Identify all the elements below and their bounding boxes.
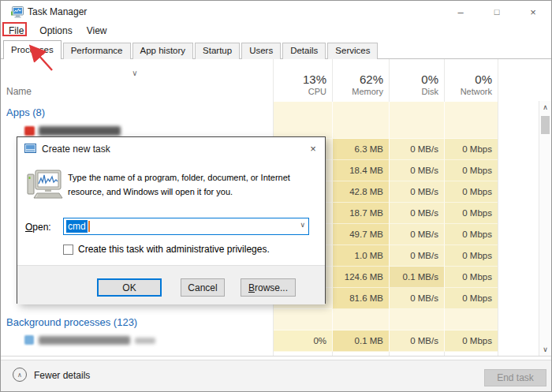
dialog-title: Create new task bbox=[42, 144, 110, 155]
disk-value: 0.1 MB/s bbox=[389, 267, 444, 288]
censored-process-suffix bbox=[135, 338, 155, 344]
heat-band bbox=[274, 102, 498, 139]
disk-value: 0 MB/s bbox=[389, 245, 444, 267]
group-header-background[interactable]: Background processes (123) bbox=[6, 316, 137, 328]
network-value: 0 Mbps bbox=[444, 139, 498, 160]
memory-value: 0.1 MB bbox=[332, 330, 389, 352]
column-divider bbox=[498, 59, 498, 356]
tab-app-history[interactable]: App history bbox=[132, 43, 194, 59]
column-header-disk[interactable]: 0% Disk bbox=[390, 62, 444, 100]
memory-value: 18.4 MB bbox=[332, 160, 389, 181]
combo-chevron-down-icon[interactable]: ∨ bbox=[300, 221, 305, 229]
network-value: 0 Mbps bbox=[444, 267, 498, 288]
dialog-title-bar: Create new task × bbox=[17, 137, 325, 159]
open-label: Open: bbox=[25, 222, 51, 233]
network-value: 0 Mbps bbox=[444, 245, 498, 267]
dialog-message-line2: resource, and Windows will open it for y… bbox=[68, 185, 320, 199]
close-icon[interactable]: × bbox=[515, 1, 551, 23]
column-header-cpu[interactable]: 13% CPU bbox=[274, 62, 332, 100]
maximize-icon[interactable]: □ bbox=[479, 1, 515, 23]
disk-usage-total: 0% bbox=[421, 73, 438, 86]
censored-process-name[interactable] bbox=[39, 336, 130, 345]
memory-value: 18.7 MB bbox=[332, 203, 389, 224]
browse-button[interactable]: Browse... bbox=[241, 278, 296, 297]
tab-bar: Processes Performance App history Startu… bbox=[1, 40, 551, 59]
status-bar: ∧ Fewer details End task bbox=[1, 360, 551, 392]
memory-value: 1.0 MB bbox=[332, 245, 389, 267]
cpu-usage-total: 13% bbox=[303, 73, 326, 86]
end-task-button[interactable]: End task bbox=[484, 369, 546, 386]
chevron-up-icon: ∧ bbox=[17, 371, 22, 379]
annotation-highlight-box bbox=[2, 22, 27, 36]
task-manager-window: Task Manager – □ × File Options View Pro… bbox=[0, 0, 552, 392]
tab-performance[interactable]: Performance bbox=[63, 43, 131, 59]
censored-app-icon bbox=[24, 126, 35, 136]
disk-value: 0 MB/s bbox=[389, 160, 444, 181]
column-header-memory[interactable]: 62% Memory bbox=[333, 62, 389, 100]
network-usage-total: 0% bbox=[475, 73, 492, 86]
cancel-button[interactable]: Cancel bbox=[181, 278, 225, 297]
dialog-footer: OK Cancel Browse... bbox=[17, 265, 325, 304]
menu-view[interactable]: View bbox=[80, 23, 114, 40]
memory-value: 49.7 MB bbox=[332, 224, 389, 245]
network-value: 0 Mbps bbox=[444, 203, 498, 224]
run-dialog-icon bbox=[24, 144, 36, 153]
network-value: 0 Mbps bbox=[444, 160, 498, 181]
network-label: Network bbox=[461, 87, 492, 96]
menu-options[interactable]: Options bbox=[32, 23, 79, 40]
disk-value: 0 MB/s bbox=[389, 288, 444, 309]
task-manager-icon bbox=[11, 6, 24, 18]
column-header-network[interactable]: 0% Network bbox=[445, 62, 498, 100]
disk-value: 0 MB/s bbox=[389, 181, 444, 203]
censored-process-name[interactable] bbox=[39, 126, 121, 136]
memory-value: 124.6 MB bbox=[332, 267, 389, 288]
create-new-task-dialog: Create new task × Type the name of a pro… bbox=[17, 136, 326, 304]
tab-users[interactable]: Users bbox=[241, 43, 281, 59]
tab-startup[interactable]: Startup bbox=[195, 43, 240, 59]
open-input-value: cmd bbox=[66, 220, 88, 233]
network-value: 0 Mbps bbox=[444, 288, 498, 309]
table-row[interactable]: 0% 0.1 MB 0 MB/s 0 Mbps bbox=[274, 330, 498, 352]
disk-label: Disk bbox=[422, 87, 438, 96]
network-value: 0 Mbps bbox=[444, 181, 498, 203]
dialog-message: Type the name of a program, folder, docu… bbox=[68, 170, 320, 199]
tab-details[interactable]: Details bbox=[282, 43, 326, 59]
disk-value: 0 MB/s bbox=[389, 224, 444, 245]
open-input[interactable]: cmd ∨ bbox=[63, 218, 309, 235]
memory-value: 6.3 MB bbox=[332, 139, 389, 160]
scrollbar-thumb[interactable] bbox=[541, 116, 550, 134]
dialog-close-icon[interactable]: × bbox=[301, 137, 325, 159]
memory-value: 81.6 MB bbox=[332, 288, 389, 309]
network-value: 0 Mbps bbox=[444, 330, 498, 352]
memory-value: 42.8 MB bbox=[332, 181, 389, 203]
ok-button[interactable]: OK bbox=[97, 278, 162, 297]
censored-process-icon bbox=[24, 335, 34, 345]
scroll-up-icon[interactable]: ∧ bbox=[539, 101, 551, 114]
network-value: 0 Mbps bbox=[444, 224, 498, 245]
vertical-scrollbar[interactable]: ∧ ∨ bbox=[539, 101, 552, 356]
window-title: Task Manager bbox=[28, 6, 87, 17]
group-header-apps[interactable]: Apps (8) bbox=[6, 106, 45, 118]
admin-privileges-checkbox[interactable] bbox=[63, 245, 73, 255]
annotation-arrow bbox=[21, 40, 64, 78]
cpu-label: CPU bbox=[308, 87, 326, 96]
fewer-details-label[interactable]: Fewer details bbox=[34, 370, 90, 381]
disk-value: 0 MB/s bbox=[389, 203, 444, 224]
scroll-down-icon[interactable]: ∨ bbox=[539, 343, 551, 356]
cpu-value: 0% bbox=[274, 330, 332, 352]
memory-usage-total: 62% bbox=[360, 73, 383, 86]
heat-band bbox=[274, 309, 498, 330]
fewer-details-toggle[interactable]: ∧ bbox=[13, 368, 27, 382]
column-header-name[interactable]: Name bbox=[6, 86, 32, 97]
chevron-down-icon[interactable]: ∨ bbox=[119, 69, 151, 77]
disk-value: 0 MB/s bbox=[389, 330, 444, 352]
dialog-message-line1: Type the name of a program, folder, docu… bbox=[68, 170, 320, 185]
disk-value: 0 MB/s bbox=[389, 139, 444, 160]
tab-services[interactable]: Services bbox=[327, 43, 378, 59]
list-bottom-divider bbox=[1, 356, 551, 357]
admin-privileges-label[interactable]: Create this task with administrative pri… bbox=[78, 244, 270, 255]
computer-icon bbox=[27, 169, 65, 200]
window-controls: – □ × bbox=[442, 1, 551, 23]
minimize-icon[interactable]: – bbox=[442, 1, 479, 23]
text-caret bbox=[88, 221, 90, 232]
